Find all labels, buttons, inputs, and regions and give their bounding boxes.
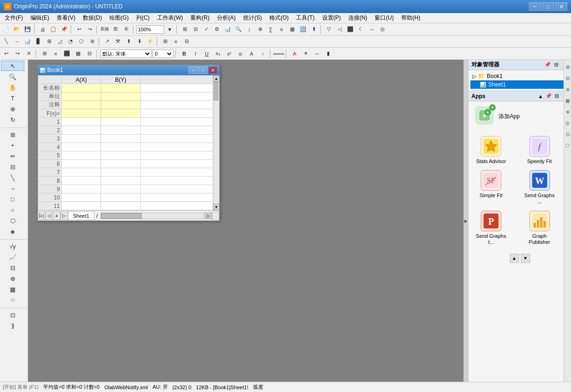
brush-tool[interactable]: ✏: [1, 151, 24, 161]
draw-3d-btn[interactable]: ⬡: [76, 37, 87, 46]
subscript-button[interactable]: x₁: [213, 49, 223, 58]
apps-pin-btn[interactable]: 📌: [545, 93, 552, 100]
formula-a[interactable]: [62, 109, 101, 118]
tools-export-btn[interactable]: ⬆: [123, 37, 134, 46]
tb-btn-17[interactable]: ☾: [356, 25, 366, 34]
comment-a[interactable]: [62, 101, 101, 109]
book1-maximize[interactable]: □: [198, 66, 208, 74]
cell-1a[interactable]: [62, 118, 101, 126]
tb-btn-8[interactable]: ⊕: [255, 25, 265, 34]
maximize-button[interactable]: □: [542, 2, 554, 11]
apps-scroll-down[interactable]: ▼: [521, 254, 530, 263]
menu-plot[interactable]: 绘图(G): [106, 13, 132, 23]
rt-btn-4[interactable]: ▦: [564, 95, 571, 106]
point-tool[interactable]: •: [1, 140, 24, 150]
new-matrix-button[interactable]: 矩: [121, 25, 131, 34]
rt-btn-7[interactable]: ⊡: [564, 129, 571, 139]
cell-9a[interactable]: [62, 185, 101, 193]
expand-btn[interactable]: ⟫: [1, 321, 24, 331]
sheet-add-tab[interactable]: +: [53, 212, 60, 220]
mask-tool[interactable]: ▦: [1, 284, 24, 294]
pick-tool[interactable]: ◈: [1, 226, 24, 236]
fmt-btn-3[interactable]: ✕: [23, 49, 34, 58]
tb-btn-14[interactable]: ▽: [324, 25, 334, 34]
copy-button[interactable]: 📋: [48, 25, 58, 34]
cell-7a[interactable]: [62, 168, 101, 177]
panel-collapse-arrow[interactable]: ▶: [463, 60, 468, 382]
tb-btn-10[interactable]: ≡: [276, 25, 287, 34]
menu-column[interactable]: 列(C): [132, 13, 153, 23]
pan-tool[interactable]: ✋: [1, 82, 24, 93]
tb-btn-15[interactable]: ◁: [334, 25, 345, 34]
tools-filter3-btn[interactable]: ⊟: [181, 37, 192, 46]
cell-8a[interactable]: [62, 177, 101, 185]
zoom-dropdown[interactable]: ▼: [165, 25, 175, 34]
tb-btn-2[interactable]: ⊟: [190, 25, 201, 34]
cell-6a[interactable]: [62, 160, 101, 168]
menu-reconstruct[interactable]: 重构(R): [187, 13, 213, 23]
save-button[interactable]: 💾: [22, 25, 33, 34]
col-b-header[interactable]: B(Y): [101, 76, 140, 84]
graph-tool[interactable]: 📈: [1, 252, 24, 262]
stack-tool[interactable]: ⊕: [1, 273, 24, 284]
obj-manager-detach[interactable]: ⊟: [552, 61, 560, 69]
tree-item-book1[interactable]: ▷ 📁 Book1: [470, 72, 569, 80]
tb-btn-11[interactable]: ▦: [287, 25, 297, 34]
comment-b[interactable]: [101, 101, 140, 109]
special-btn[interactable]: ☀: [301, 49, 311, 58]
zoom-input[interactable]: [136, 25, 164, 34]
bold-button[interactable]: B: [179, 49, 189, 58]
minimize-button[interactable]: ─: [529, 2, 541, 11]
app-item-graphpublisher[interactable]: Graph Publisher: [521, 209, 558, 247]
app-item-stats[interactable]: Stats Advisor: [472, 134, 510, 166]
cell-10b[interactable]: [101, 193, 140, 202]
new-button[interactable]: 📄: [1, 25, 11, 34]
hand-tool[interactable]: ☜: [1, 295, 24, 305]
tb-btn-5[interactable]: 📊: [223, 25, 233, 34]
italic-button[interactable]: I: [190, 49, 201, 58]
rotate-tool[interactable]: ↻: [1, 114, 24, 125]
tb-btn-19[interactable]: ◎: [377, 25, 388, 34]
sheet-hscroll[interactable]: [101, 213, 203, 219]
rect-tool[interactable]: □: [1, 194, 24, 204]
line-style-btn[interactable]: ═══: [274, 49, 284, 58]
sqrt-tool[interactable]: √y: [1, 241, 24, 251]
crosshair-tool[interactable]: ⊕: [1, 104, 24, 114]
book1-close[interactable]: ✕: [208, 66, 217, 74]
new-graph-button[interactable]: 图: [110, 25, 121, 34]
app-item-add[interactable]: + + 添加App: [470, 103, 569, 129]
vscroll-thumb[interactable]: [214, 82, 218, 100]
fmt-btn-5[interactable]: ≡: [51, 49, 61, 58]
app-item-sendword[interactable]: W Send Graphs ...: [521, 168, 558, 207]
menu-connect[interactable]: 连接(N): [345, 13, 371, 23]
book1-minimize[interactable]: ─: [188, 66, 198, 74]
tb-btn-13[interactable]: ⬆: [309, 25, 319, 34]
menu-analysis[interactable]: 分析(A): [213, 13, 239, 23]
rt-btn-6[interactable]: ◎: [564, 118, 571, 128]
cell-7b[interactable]: [101, 168, 140, 177]
pointer-tool[interactable]: ↖: [1, 61, 24, 71]
tb-btn-16[interactable]: ⬛: [345, 25, 355, 34]
hscroll-thumb[interactable]: [101, 213, 142, 219]
menu-worksheet[interactable]: 工作表(W): [153, 13, 187, 23]
apps-up-btn[interactable]: ▲: [537, 93, 544, 100]
tools-filter2-btn[interactable]: ≡: [171, 37, 181, 46]
cell-11b[interactable]: [101, 202, 140, 210]
sheet-nav-next[interactable]: ▷: [60, 212, 68, 220]
app-item-sendppt[interactable]: P Send Graphs t...: [472, 209, 510, 247]
menu-settings[interactable]: 设置(P): [318, 13, 345, 23]
paste-button[interactable]: 📌: [59, 25, 69, 34]
menu-format[interactable]: 格式(O): [266, 13, 292, 23]
cell-4b[interactable]: [101, 143, 140, 151]
tools-arrow-btn[interactable]: ↗: [102, 37, 112, 46]
font-size-select[interactable]: 0: [152, 50, 173, 58]
obj-manager-pin[interactable]: 📌: [544, 61, 551, 69]
vscroll-up[interactable]: ▲: [213, 75, 220, 82]
bigalpha-button[interactable]: A: [246, 49, 257, 58]
tree-item-sheet1[interactable]: 📊 Sheet1: [470, 80, 569, 89]
rt-btn-2[interactable]: ⊟: [564, 73, 571, 83]
ellipse-tool[interactable]: ○: [1, 205, 24, 215]
cell-10a[interactable]: [62, 193, 101, 202]
app-item-simplefit[interactable]: SF Simple Fit: [472, 168, 510, 207]
line-color-btn[interactable]: ─: [312, 49, 322, 58]
